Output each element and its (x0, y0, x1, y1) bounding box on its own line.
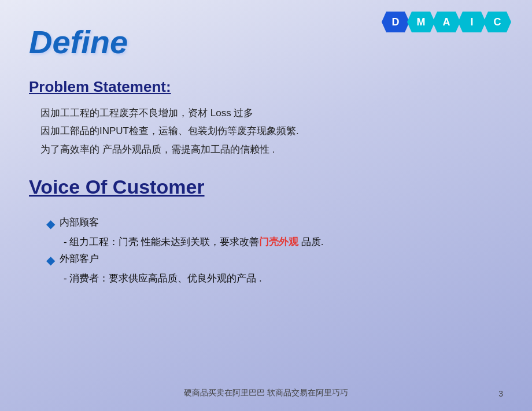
voc-heading: Voice Of Customer (29, 176, 503, 198)
external-customer-label: 外部客户 (60, 252, 99, 265)
voc-content: ◆ 内部顾客 - 组力工程：门壳 性能未达到关联，要求改善门壳外观 品质. ◆ … (46, 216, 503, 285)
bullet-diamond-icon-2: ◆ (46, 252, 55, 268)
page-title: Define (29, 23, 128, 61)
sub-text-prefix: - 组力工程：门壳 性能未达到关联，要求改善 (64, 236, 259, 247)
sub-text-suffix: 品质. (298, 236, 323, 247)
problem-statement-heading: Problem Statement: (29, 78, 503, 96)
problem-statement-section: Problem Statement: 因加工工程的工程废弃不良增加，资材 Los… (29, 78, 503, 158)
problem-line-1: 因加工工程的工程废弃不良增加，资材 Loss 过多 (40, 104, 503, 122)
external-customer-item: ◆ 外部客户 (46, 252, 503, 268)
highlight-text: 门壳外观 (259, 236, 298, 247)
dmaic-i: I (458, 12, 486, 32)
internal-customer-item: ◆ 内部顾客 (46, 216, 503, 232)
problem-line-3: 为了高效率的 产品外观品质，需提高加工品的信赖性 . (40, 140, 503, 158)
internal-customer-sub-1: - 组力工程：门壳 性能未达到关联，要求改善门壳外观 品质. (64, 235, 503, 249)
problem-line-2: 因加工部品的INPUT检查，运输、包装划伤等废弃现象频繁. (40, 122, 503, 140)
dmaic-logo: D M A I C (382, 12, 509, 32)
bullet-diamond-icon: ◆ (46, 216, 55, 232)
problem-statement-lines: 因加工工程的工程废弃不良增加，资材 Loss 过多 因加工部品的INPUT检查，… (40, 104, 503, 158)
dmaic-a: A (433, 12, 460, 32)
internal-customer-label: 内部顾客 (60, 216, 99, 229)
page-number: 3 (498, 389, 503, 398)
voc-section: Voice Of Customer ◆ 内部顾客 - 组力工程：门壳 性能未达到… (29, 176, 503, 285)
footer-text: 硬商品买卖在阿里巴巴 软商品交易在阿里巧巧 (0, 388, 532, 398)
dmaic-c: C (483, 12, 511, 32)
slide-container: D M A I C Define Problem Statement: 因加工工… (0, 0, 532, 411)
dmaic-m: M (407, 12, 435, 32)
dmaic-d: D (382, 12, 409, 32)
external-sub-text: - 消费者：要求供应高品质、优良外观的产品 . (64, 273, 262, 284)
external-customer-sub-1: - 消费者：要求供应高品质、优良外观的产品 . (64, 272, 503, 285)
